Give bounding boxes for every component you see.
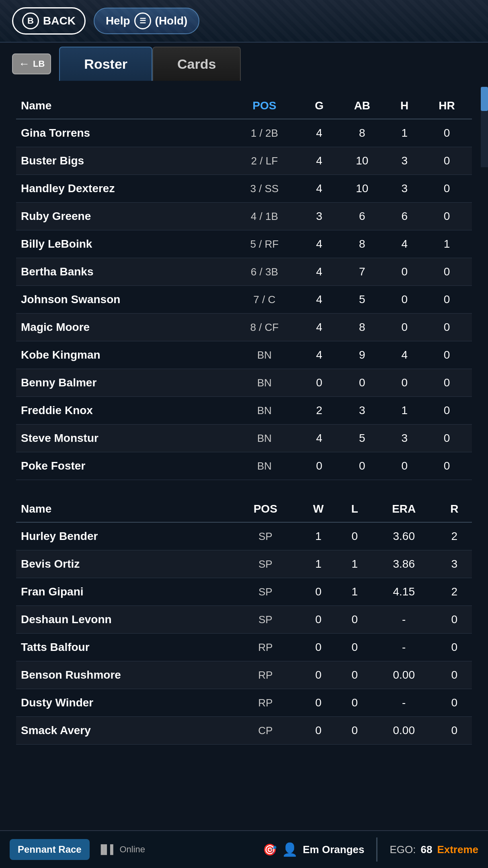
batter-g-cell: 4 — [301, 341, 337, 369]
pitcher-table: Name POS W L ERA R Hurley Bender SP 1 0 … — [16, 496, 472, 745]
batter-name-cell: Bertha Banks — [16, 258, 228, 286]
batter-g-cell: 0 — [301, 369, 337, 397]
batter-name-cell: Johnson Swanson — [16, 286, 228, 314]
batter-row[interactable]: Kobe Kingman BN 4 9 4 0 — [16, 341, 472, 369]
pitcher-row[interactable]: Tatts Balfour RP 0 0 - 0 — [16, 634, 472, 661]
pitcher-r-cell: 0 — [437, 606, 472, 634]
batter-row[interactable]: Ruby Greene 4 / 1B 3 6 6 0 — [16, 203, 472, 230]
tab-cards[interactable]: Cards — [152, 47, 241, 81]
batter-ab-cell: 8 — [337, 230, 387, 258]
pitcher-pos-cell: CP — [232, 717, 298, 745]
batter-row[interactable]: Gina Torrens 1 / 2B 4 8 1 0 — [16, 119, 472, 147]
pitcher-header-row: Name POS W L ERA R — [16, 496, 472, 522]
pitcher-w-cell: 0 — [298, 634, 338, 661]
back-key-label: B — [27, 16, 34, 26]
pitcher-era-header: ERA — [371, 496, 437, 522]
pitcher-era-cell: - — [371, 634, 437, 661]
batter-hr-cell: 0 — [422, 425, 472, 452]
batter-g-cell: 4 — [301, 147, 337, 175]
batter-pos-cell: BN — [228, 397, 301, 425]
content-area: Name POS G AB H HR Gina Torrens 1 / 2B 4… — [0, 81, 488, 773]
batter-row[interactable]: Freddie Knox BN 2 3 1 0 — [16, 397, 472, 425]
online-label: Online — [119, 844, 145, 855]
batter-row[interactable]: Poke Foster BN 0 0 0 0 — [16, 452, 472, 480]
wifi-icon: ▐▌▌ — [98, 844, 117, 855]
batter-hr-cell: 0 — [422, 258, 472, 286]
lb-button[interactable]: ← LB — [12, 53, 51, 74]
pitcher-name-cell: Benson Rushmore — [16, 661, 232, 689]
batter-hr-header: HR — [422, 93, 472, 119]
pitcher-r-header: R — [437, 496, 472, 522]
pitcher-era-cell: 0.00 — [371, 661, 437, 689]
pitcher-w-header: W — [298, 496, 338, 522]
batter-h-cell: 3 — [387, 175, 422, 203]
batter-ab-cell: 10 — [337, 147, 387, 175]
pennant-race-label: Pennant Race — [18, 844, 82, 855]
batter-hr-cell: 0 — [422, 452, 472, 480]
help-button[interactable]: Help ☰ (Hold) — [94, 8, 200, 34]
batter-table: Name POS G AB H HR Gina Torrens 1 / 2B 4… — [16, 93, 472, 480]
pitcher-name-cell: Fran Gipani — [16, 578, 232, 606]
pitcher-row[interactable]: Fran Gipani SP 0 1 4.15 2 — [16, 578, 472, 606]
batter-name-cell: Gina Torrens — [16, 119, 228, 147]
pitcher-row[interactable]: Hurley Bender SP 1 0 3.60 2 — [16, 522, 472, 550]
batter-h-cell: 1 — [387, 397, 422, 425]
batter-pos-cell: 8 / CF — [228, 314, 301, 341]
batter-g-cell: 4 — [301, 286, 337, 314]
back-label: BACK — [43, 14, 76, 27]
batter-g-cell: 4 — [301, 175, 337, 203]
pitcher-l-cell: 1 — [338, 550, 371, 578]
batter-hr-cell: 0 — [422, 341, 472, 369]
pitcher-pos-cell: SP — [232, 578, 298, 606]
pitcher-row[interactable]: Benson Rushmore RP 0 0 0.00 0 — [16, 661, 472, 689]
pitcher-row[interactable]: Dusty Winder RP 0 0 - 0 — [16, 689, 472, 717]
batter-h-cell: 3 — [387, 147, 422, 175]
ego-value: 68 — [420, 843, 432, 856]
batter-row[interactable]: Billy LeBoink 5 / RF 4 8 4 1 — [16, 230, 472, 258]
pitcher-row[interactable]: Smack Avery CP 0 0 0.00 0 — [16, 717, 472, 745]
pitcher-l-cell: 1 — [338, 578, 371, 606]
divider — [376, 837, 377, 862]
pitcher-era-cell: - — [371, 606, 437, 634]
pitcher-era-cell: 3.60 — [371, 522, 437, 550]
batter-row[interactable]: Magic Moore 8 / CF 4 8 0 0 — [16, 314, 472, 341]
back-button[interactable]: B BACK — [12, 7, 86, 35]
batter-name-cell: Handley Dexterez — [16, 175, 228, 203]
batter-pos-cell: BN — [228, 341, 301, 369]
online-section: ▐▌▌ Online — [98, 844, 145, 855]
pitcher-r-cell: 0 — [437, 717, 472, 745]
batter-hr-cell: 0 — [422, 314, 472, 341]
batter-name-cell: Steve Monstur — [16, 425, 228, 452]
pitcher-l-cell: 0 — [338, 634, 371, 661]
batter-pos-cell: 2 / LF — [228, 147, 301, 175]
batter-pos-cell: 1 / 2B — [228, 119, 301, 147]
batter-name-cell: Ruby Greene — [16, 203, 228, 230]
batter-pos-cell: 4 / 1B — [228, 203, 301, 230]
batter-h-cell: 0 — [387, 258, 422, 286]
pitcher-pos-cell: SP — [232, 522, 298, 550]
batter-row[interactable]: Buster Bigs 2 / LF 4 10 3 0 — [16, 147, 472, 175]
pitcher-r-cell: 2 — [437, 522, 472, 550]
pitcher-row[interactable]: Bevis Ortiz SP 1 1 3.86 3 — [16, 550, 472, 578]
batter-row[interactable]: Benny Balmer BN 0 0 0 0 — [16, 369, 472, 397]
batter-row[interactable]: Steve Monstur BN 4 5 3 0 — [16, 425, 472, 452]
batter-hr-cell: 0 — [422, 147, 472, 175]
batter-name-cell: Poke Foster — [16, 452, 228, 480]
batter-row[interactable]: Johnson Swanson 7 / C 4 5 0 0 — [16, 286, 472, 314]
batter-ab-cell: 8 — [337, 314, 387, 341]
batter-h-cell: 0 — [387, 314, 422, 341]
tab-navigation: ← LB Roster Cards — [0, 47, 488, 81]
pitcher-era-cell: 0.00 — [371, 717, 437, 745]
batter-ab-cell: 5 — [337, 286, 387, 314]
batter-g-cell: 4 — [301, 258, 337, 286]
batter-g-cell: 3 — [301, 203, 337, 230]
batter-row[interactable]: Handley Dexterez 3 / SS 4 10 3 0 — [16, 175, 472, 203]
batter-row[interactable]: Bertha Banks 6 / 3B 4 7 0 0 — [16, 258, 472, 286]
pitcher-w-cell: 0 — [298, 717, 338, 745]
batter-ab-cell: 3 — [337, 397, 387, 425]
batter-name-cell: Kobe Kingman — [16, 341, 228, 369]
tab-roster[interactable]: Roster — [59, 47, 152, 81]
pitcher-row[interactable]: Deshaun Levonn SP 0 0 - 0 — [16, 606, 472, 634]
pitcher-w-cell: 0 — [298, 689, 338, 717]
batter-pos-cell: 7 / C — [228, 286, 301, 314]
